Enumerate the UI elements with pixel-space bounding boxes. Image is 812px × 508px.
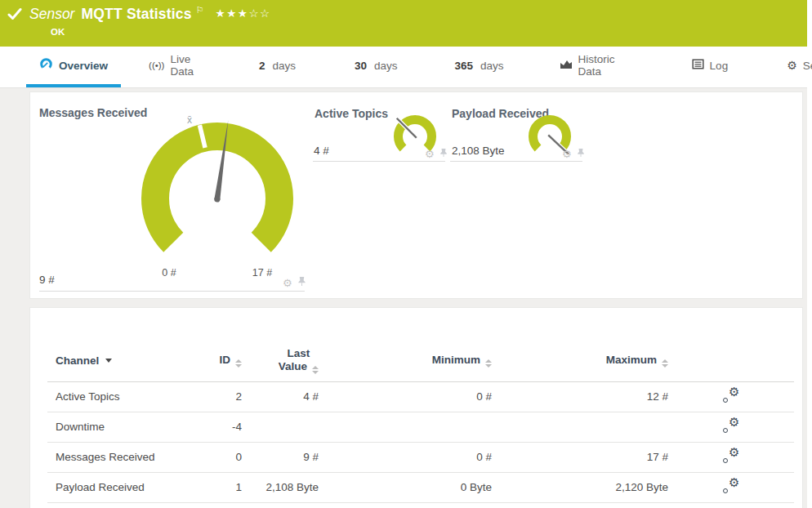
cell-channel[interactable]: Payload Received — [47, 472, 199, 502]
cell-channel[interactable]: Downtime — [47, 412, 199, 442]
cell-channel[interactable]: Active Topics — [47, 381, 199, 412]
column-header-last-value[interactable]: Last Value — [242, 341, 319, 381]
sort-desc-icon — [105, 359, 112, 363]
mini-gauge-value-payload-received: 2,108 Byte — [452, 145, 505, 157]
tab-settings[interactable]: ⚙ Settings — [774, 47, 812, 87]
gauge-icon — [39, 57, 53, 74]
pin-icon[interactable] — [439, 146, 448, 161]
cell-minimum: 0 Byte — [319, 472, 492, 502]
gauge-scale-min: 0 # — [145, 267, 194, 279]
column-header-maximum-label: Maximum — [606, 354, 657, 366]
column-header-channel-label: Channel — [56, 354, 99, 367]
tab-2-days-unit: days — [272, 60, 296, 72]
cell-maximum: 17 # — [492, 442, 668, 472]
cell-last-value: 4 # — [242, 381, 319, 412]
divider — [39, 291, 305, 292]
tab-365-days-unit: days — [480, 60, 504, 72]
tab-365-days[interactable]: 365 days — [442, 47, 517, 87]
cell-maximum — [492, 412, 668, 442]
tab-30-days[interactable]: 30 days — [341, 47, 411, 87]
cell-id: 0 — [199, 442, 242, 472]
broadcast-icon: ((•)) — [149, 60, 164, 70]
divider — [313, 161, 445, 162]
tab-30-days-unit: days — [374, 60, 398, 72]
log-list-icon — [692, 59, 704, 72]
area-chart-icon — [560, 59, 573, 73]
sort-icon — [235, 359, 242, 368]
cell-minimum — [319, 412, 492, 442]
page-title: MQTT Statistics — [81, 6, 191, 23]
column-header-id[interactable]: ID — [199, 341, 242, 381]
stars-empty[interactable]: ☆☆ — [248, 7, 270, 20]
cell-minimum: 0 # — [319, 442, 492, 472]
cell-maximum: 12 # — [492, 381, 668, 412]
tab-live-data[interactable]: ((•)) Live Data — [136, 47, 207, 87]
table-row[interactable]: Messages Received 0 9 # 0 # 17 # ⚙ — [47, 442, 794, 472]
tab-2-days-number: 2 — [259, 60, 265, 72]
prtg-sensor-page: Sensor MQTT Statistics ⚐ ★★★☆☆ OK Overvi… — [0, 0, 807, 508]
channel-settings-gears-icon[interactable]: ⚙ — [723, 417, 740, 434]
pin-icon[interactable] — [297, 275, 306, 290]
sort-icon — [312, 366, 319, 374]
column-header-last-label: Last — [287, 347, 310, 359]
tab-log[interactable]: Log — [679, 47, 742, 87]
overview-content: Messages Received x̄ 0 # 17 # 9 # ⚙ — [0, 88, 807, 508]
settings-gear-icon: ⚙ — [787, 59, 797, 72]
column-header-channel[interactable]: Channel — [47, 341, 199, 381]
table-row[interactable]: Active Topics 2 4 # 0 # 12 # ⚙ — [47, 381, 794, 412]
tab-2-days[interactable]: 2 days — [246, 47, 309, 87]
cell-id: 2 — [199, 381, 242, 412]
channel-gear-icon[interactable]: ⚙ — [562, 148, 572, 160]
gauge-scale-max: 17 # — [238, 267, 287, 279]
priority-flag-icon[interactable]: ⚐ — [196, 5, 204, 16]
cell-last-value: 2,108 Byte — [242, 472, 319, 502]
channel-settings-gears-icon[interactable]: ⚙ — [723, 387, 740, 403]
table-row[interactable]: Downtime -4 ⚙ — [47, 412, 794, 442]
object-kind-label: Sensor — [29, 6, 74, 23]
column-header-maximum[interactable]: Maximum — [492, 341, 668, 381]
tab-365-days-number: 365 — [455, 60, 474, 72]
channel-settings-gears-icon[interactable]: ⚙ — [723, 448, 740, 464]
cell-channel[interactable]: Messages Received — [47, 442, 199, 472]
channel-table: Channel ID Last Value Minimum Maximum Ac… — [47, 341, 794, 503]
mini-gauge-value-active-topics: 4 # — [314, 145, 329, 157]
tab-settings-label: Settings — [803, 60, 812, 72]
cell-last-value — [242, 412, 319, 442]
cell-last-value: 9 # — [242, 442, 319, 472]
tab-live-data-label: Live Data — [170, 53, 194, 78]
table-row[interactable]: Payload Received 1 2,108 Byte 0 Byte 2,1… — [47, 472, 794, 502]
primary-gauge-value: 9 # — [39, 274, 55, 286]
pin-icon[interactable] — [577, 146, 585, 161]
channel-settings-gears-icon[interactable]: ⚙ — [723, 478, 740, 494]
average-marker-label: x̄ — [187, 114, 192, 126]
priority-stars[interactable]: ★★★☆☆ — [216, 7, 271, 20]
channel-gear-icon[interactable]: ⚙ — [425, 148, 435, 160]
tab-historic-data-label: Historic Data — [578, 53, 615, 78]
cell-id: 1 — [199, 472, 242, 502]
sensor-header: Sensor MQTT Statistics ⚐ ★★★☆☆ OK — [0, 0, 807, 47]
gauges-card: Messages Received x̄ 0 # 17 # 9 # ⚙ — [30, 92, 802, 298]
channel-gear-icon[interactable]: ⚙ — [283, 277, 292, 289]
column-header-value-label: Value — [279, 360, 307, 372]
tab-overview[interactable]: Overview — [26, 47, 121, 87]
divider — [450, 161, 582, 162]
cell-maximum: 2,120 Byte — [492, 472, 668, 502]
status-ok-check-icon — [7, 7, 22, 24]
tab-30-days-number: 30 — [355, 60, 367, 72]
channel-table-card: Channel ID Last Value Minimum Maximum Ac… — [30, 308, 802, 508]
sort-icon — [485, 359, 492, 368]
sensor-status-badge: OK — [51, 27, 65, 37]
cell-minimum: 0 # — [319, 381, 492, 412]
column-header-actions — [668, 341, 794, 381]
sort-icon — [662, 359, 668, 368]
tab-overview-label: Overview — [59, 60, 108, 72]
stars-filled[interactable]: ★★★ — [216, 7, 249, 20]
cell-id: -4 — [199, 412, 242, 442]
primary-gauge-title: Messages Received — [39, 106, 147, 119]
column-header-minimum-label: Minimum — [432, 354, 480, 366]
column-header-minimum[interactable]: Minimum — [319, 341, 492, 381]
column-header-id-label: ID — [220, 354, 231, 366]
tab-log-label: Log — [710, 60, 729, 72]
tab-historic-data[interactable]: Historic Data — [547, 47, 628, 87]
primary-gauge — [136, 113, 299, 286]
